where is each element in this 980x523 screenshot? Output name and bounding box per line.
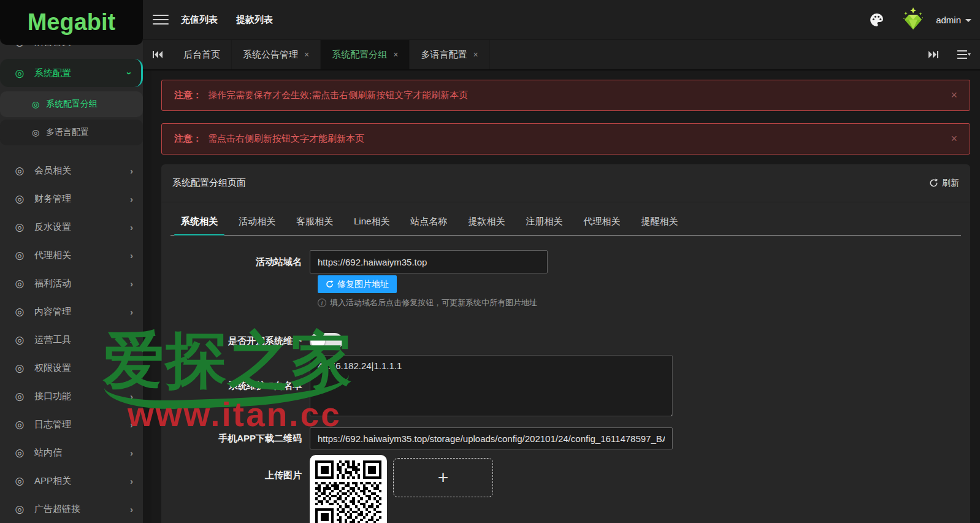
- bullseye-icon: ◎: [13, 503, 26, 516]
- chevron-down-icon: ›: [124, 72, 135, 75]
- upload-label: 上传图片: [161, 455, 310, 481]
- whitelist-row: 系统维护IP白名单 47.56.182.24|1.1.1.1: [161, 355, 970, 416]
- bullseye-icon: ◎: [13, 67, 26, 80]
- bullseye-icon: ◎: [13, 45, 26, 48]
- close-icon[interactable]: ×: [951, 132, 957, 145]
- bullseye-icon: ◎: [13, 334, 26, 346]
- alert-save-notice: 注意： 操作完需要保存才会生效;需点击右侧刷新按钮文字才能刷新本页 ×: [161, 80, 970, 111]
- sidebar-item-system-config[interactable]: ◎ 系统配置 ›: [0, 59, 143, 87]
- alert-prefix: 注意：: [174, 90, 202, 101]
- topnav-withdraw-list[interactable]: 提款列表: [236, 14, 273, 26]
- sidebar-item-permissions[interactable]: ◎ 权限设置 ›: [0, 354, 143, 382]
- bullseye-icon: ◎: [13, 193, 26, 205]
- chevron-right-icon: ›: [130, 363, 133, 373]
- close-icon[interactable]: ×: [393, 50, 398, 59]
- form-tab-line[interactable]: Line相关: [343, 216, 400, 235]
- maintenance-toggle[interactable]: [310, 333, 343, 349]
- sidebar-subitem-config-group[interactable]: ◎ 系统配置分组: [0, 91, 143, 117]
- plus-icon: +: [438, 467, 449, 488]
- fix-image-row: 修复图片地址: [318, 273, 970, 293]
- sidebar-item-content[interactable]: ◎ 内容管理 ›: [0, 297, 143, 326]
- topnav-recharge-list[interactable]: 充值列表: [181, 14, 218, 26]
- bullseye-icon: ◎: [13, 418, 26, 431]
- upload-row: 上传图片: [161, 455, 970, 523]
- sidebar-item-members[interactable]: ◎ 会员相关 ›: [0, 156, 143, 185]
- qr-url-label: 手机APP下载二维码: [161, 433, 310, 445]
- close-icon[interactable]: ×: [473, 50, 478, 59]
- toggle-knob: [311, 334, 325, 348]
- sidebar-item-ad-links[interactable]: ◎ 广告超链接 ›: [0, 495, 143, 523]
- hamburger-icon[interactable]: [153, 12, 169, 28]
- fix-image-url-button[interactable]: 修复图片地址: [318, 275, 397, 293]
- form-tab-agent[interactable]: 代理相关: [573, 216, 630, 235]
- close-icon[interactable]: ×: [951, 89, 957, 102]
- chevron-right-icon: ›: [130, 391, 133, 402]
- bullseye-icon: ◎: [13, 164, 26, 177]
- form-tabs: 系统相关 活动相关 客服相关 Line相关 站点名称 提款相关 注册相关 代理相…: [170, 216, 961, 235]
- tab-scroll-right-button[interactable]: [919, 50, 948, 59]
- sidebar-item-logs[interactable]: ◎ 日志管理 ›: [0, 410, 143, 438]
- form-tab-reminder[interactable]: 提醒相关: [630, 216, 688, 235]
- info-icon: i: [318, 299, 326, 307]
- alert-text: 操作完需要保存才会生效;需点击右侧刷新按钮文字才能刷新本页: [208, 90, 468, 101]
- upload-image-button[interactable]: +: [393, 458, 493, 497]
- page-tabbar: 后台首页 系统公告管理 × 系统配置分组 × 多语言配置 ×: [143, 40, 980, 71]
- qr-code-image[interactable]: [310, 455, 387, 523]
- caret-down-icon: [965, 19, 971, 22]
- sidebar-item-ops-tools[interactable]: ◎ 运营工具 ›: [0, 326, 143, 354]
- bullseye-icon: ◎: [13, 390, 26, 403]
- alert-prefix: 注意：: [174, 133, 202, 145]
- chevron-right-icon: ›: [130, 278, 133, 289]
- form-tab-register[interactable]: 注册相关: [515, 216, 573, 235]
- close-icon[interactable]: ×: [304, 50, 309, 59]
- tab-multilang[interactable]: 多语言配置 ×: [410, 40, 489, 69]
- qr-url-input[interactable]: [310, 427, 673, 449]
- form-tab-system[interactable]: 系统相关: [170, 216, 228, 235]
- chevron-right-icon: ›: [130, 194, 133, 204]
- sidebar-item-agent[interactable]: ◎ 代理相关 ›: [0, 241, 143, 269]
- form-tab-sitename[interactable]: 站点名称: [400, 216, 457, 235]
- bullseye-icon: ◎: [13, 446, 26, 459]
- sidebar-item-finance[interactable]: ◎ 财务管理 ›: [0, 185, 143, 213]
- config-panel: 系统配置分组页面 刷新 系统相关 活动相关 客服相关 Line相关 站点名称 提…: [161, 164, 970, 523]
- tab-config-group[interactable]: 系统配置分组 ×: [321, 40, 410, 69]
- bullseye-icon: ◎: [31, 128, 40, 137]
- sidebar: Megabit ◎ 后台首页 ◎ 系统配置 › ◎ 系统配置分组 ◎ 多语言配置…: [0, 0, 143, 523]
- bullseye-icon: ◎: [31, 99, 40, 109]
- sidebar-menu: ◎ 后台首页 ◎ 系统配置 › ◎ 系统配置分组 ◎ 多语言配置 ◎ 会员相关 …: [0, 45, 143, 523]
- sidebar-item-messages[interactable]: ◎ 站内信 ›: [0, 438, 143, 467]
- chevron-right-icon: ›: [130, 335, 133, 345]
- sidebar-item-welfare[interactable]: ◎ 福利活动 ›: [0, 269, 143, 297]
- refresh-button[interactable]: 刷新: [929, 178, 959, 189]
- sidebar-item-rebate[interactable]: ◎ 反水设置 ›: [0, 213, 143, 241]
- sidebar-item-cut[interactable]: ◎ 后台首页: [0, 45, 143, 54]
- tabbar-right-controls: [919, 40, 980, 69]
- tab-menu-button[interactable]: [948, 50, 980, 59]
- chevron-right-icon: ›: [130, 504, 133, 514]
- form-tab-withdraw[interactable]: 提款相关: [457, 216, 515, 235]
- whitelist-textarea[interactable]: 47.56.182.24|1.1.1.1: [310, 355, 673, 416]
- sidebar-subitem-multilang[interactable]: ◎ 多语言配置: [0, 120, 143, 145]
- qr-url-row: 手机APP下载二维码: [161, 427, 970, 449]
- panel-title: 系统配置分组页面: [172, 177, 246, 189]
- chevron-right-icon: ›: [130, 448, 133, 458]
- sidebar-item-api[interactable]: ◎ 接口功能 ›: [0, 382, 143, 410]
- admin-user-menu[interactable]: admin: [936, 15, 971, 25]
- theme-palette-icon[interactable]: [869, 12, 884, 28]
- refresh-icon: [326, 280, 334, 288]
- tab-scroll-left-button[interactable]: [143, 40, 172, 69]
- sidebar-item-app[interactable]: ◎ APP相关 ›: [0, 467, 143, 495]
- chevron-right-icon: ›: [130, 250, 133, 261]
- form-tab-service[interactable]: 客服相关: [286, 216, 343, 235]
- vip-diamond-icon[interactable]: [900, 6, 926, 33]
- whitelist-label: 系统维护IP白名单: [161, 380, 310, 392]
- bullseye-icon: ◎: [13, 221, 26, 234]
- bullseye-icon: ◎: [13, 475, 26, 487]
- tab-announcements[interactable]: 系统公告管理 ×: [232, 40, 321, 69]
- chevron-right-icon: ›: [130, 222, 133, 232]
- form-tab-activity[interactable]: 活动相关: [228, 216, 286, 235]
- app-logo[interactable]: Megabit: [0, 0, 143, 45]
- bullseye-icon: ◎: [13, 362, 26, 375]
- tab-dashboard[interactable]: 后台首页: [172, 40, 232, 69]
- domain-input[interactable]: [310, 250, 548, 273]
